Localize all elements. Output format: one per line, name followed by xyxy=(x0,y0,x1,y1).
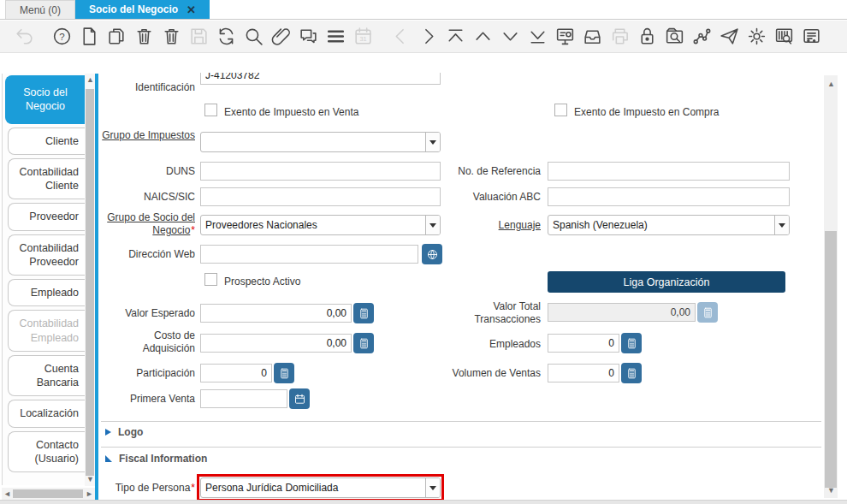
archive-button[interactable] xyxy=(578,23,606,50)
direccion-web-label: Dirección Web xyxy=(101,248,195,261)
product-info-button[interactable] xyxy=(770,23,797,50)
sidebar-tab-socio-del-negocio[interactable]: Socio del Negocio xyxy=(5,75,85,124)
direccion-web-input[interactable] xyxy=(200,245,418,264)
exento-compra-checkbox[interactable] xyxy=(554,104,567,116)
grid-toggle-button[interactable] xyxy=(322,23,349,50)
costo-adquisicion-input[interactable] xyxy=(200,334,352,353)
refresh-icon xyxy=(216,26,237,47)
sidebar-tab-cuenta-bancaria[interactable]: Cuenta Bancaria xyxy=(8,355,85,397)
close-icon[interactable]: ✕ xyxy=(187,3,196,16)
new-record-icon xyxy=(79,26,100,47)
new-record-button[interactable] xyxy=(75,23,103,50)
scroll-up-icon[interactable]: ▲ xyxy=(86,76,94,84)
sidebar-tabs: Socio del NegocioClienteContabilidad Cli… xyxy=(2,74,85,485)
delete-selection-button[interactable] xyxy=(157,23,185,50)
lock-button[interactable] xyxy=(633,23,660,50)
detail-record-button[interactable] xyxy=(496,23,524,50)
help-icon: ? xyxy=(51,26,73,47)
last-record-icon xyxy=(527,26,548,47)
fiscal-section-header[interactable]: Fiscal Information xyxy=(105,453,207,465)
scroll-up-icon[interactable]: ▲ xyxy=(827,80,835,88)
zoom-across-button[interactable] xyxy=(660,23,688,50)
content-vertical-scrollbar[interactable]: ▲ ▼ xyxy=(824,75,838,498)
tab-menu[interactable]: Menú (0) xyxy=(5,0,75,19)
web-button[interactable] xyxy=(422,244,442,264)
parent-record-button[interactable] xyxy=(469,23,496,50)
lenguaje-input[interactable] xyxy=(548,216,774,234)
lenguaje-label: Lenguaje xyxy=(438,219,541,232)
sidebar-tab-proveedor[interactable]: Proveedor xyxy=(8,203,85,230)
volumen-ventas-calc-button[interactable] xyxy=(621,363,642,383)
sidebar-scroll-thumb[interactable] xyxy=(86,89,94,476)
sidebar-horizontal-scrollbar[interactable]: ◄ ► xyxy=(2,488,95,500)
sidebar-tab-cliente[interactable]: Cliente xyxy=(8,127,85,155)
quick-form-button[interactable] xyxy=(797,23,825,50)
first-record-button[interactable] xyxy=(441,23,469,50)
valor-total-calc-button xyxy=(697,302,718,323)
workflow-button[interactable] xyxy=(688,23,715,50)
primera-venta-input[interactable] xyxy=(200,389,287,408)
valor-esperado-input[interactable] xyxy=(200,304,352,323)
naics-input[interactable] xyxy=(200,187,441,206)
grupo-impuestos-input[interactable] xyxy=(201,133,425,151)
next-record-button[interactable] xyxy=(414,23,441,50)
sidebar-tab-contabilidad-cliente[interactable]: Contabilidad Cliente xyxy=(8,158,85,200)
valor-total-label: Valor Total Transacciones xyxy=(438,300,541,326)
sidebar-hscroll-thumb[interactable] xyxy=(13,489,83,498)
costo-adquisicion-label: Costo de Adquisición xyxy=(101,329,195,355)
empleados-input[interactable] xyxy=(548,334,619,353)
send-mail-button[interactable] xyxy=(715,23,743,50)
svg-text:?: ? xyxy=(59,32,64,42)
valor-esperado-calc-button[interactable] xyxy=(353,303,374,323)
costo-adquisicion-calc-button[interactable] xyxy=(353,333,374,353)
valuacion-abc-input[interactable] xyxy=(548,187,790,206)
first-record-icon xyxy=(445,26,466,47)
duns-input[interactable] xyxy=(200,162,441,181)
volumen-ventas-input[interactable] xyxy=(548,364,619,382)
help-button[interactable]: ? xyxy=(48,23,75,50)
business-partner-window: Menú (0) Socio del Negocio ✕ ?31 Socio d… xyxy=(0,0,847,504)
tab-socio-label: Socio del Negocio xyxy=(89,3,178,15)
exento-venta-checkbox[interactable] xyxy=(204,104,217,116)
sidebar-tab-contacto-usuario[interactable]: Contacto (Usuario) xyxy=(8,431,85,473)
grupo-socio-label: Grupo de Socio del Negocio* xyxy=(98,211,195,237)
sidebar-tab-localizacin[interactable]: Localización xyxy=(8,400,85,427)
scroll-right-icon[interactable]: ► xyxy=(86,490,93,498)
undo-button xyxy=(10,23,38,50)
tipo-persona-input[interactable] xyxy=(201,478,425,497)
chevron-down-icon[interactable] xyxy=(774,216,789,234)
prospecto-activo-checkbox[interactable] xyxy=(204,273,217,286)
scroll-down-icon[interactable]: ▼ xyxy=(827,487,835,495)
find-button[interactable] xyxy=(240,23,267,50)
logo-section-header[interactable]: Logo xyxy=(105,426,143,438)
valuacion-abc-label: Valuación ABC xyxy=(438,191,541,204)
content-scroll-thumb[interactable] xyxy=(825,231,837,488)
preferences-button[interactable] xyxy=(743,23,770,50)
primera-venta-date-button[interactable] xyxy=(289,388,310,409)
tab-socio-del-negocio[interactable]: Socio del Negocio ✕ xyxy=(75,0,210,19)
copy-record-button[interactable] xyxy=(103,23,130,50)
grupo-socio-input[interactable] xyxy=(201,216,425,234)
sidebar-tab-empleado[interactable]: Empleado xyxy=(8,279,85,306)
identificacion-input[interactable] xyxy=(200,73,441,85)
no-referencia-label: No. de Referencia xyxy=(438,165,541,178)
delete-record-button[interactable] xyxy=(130,23,157,50)
report-button[interactable] xyxy=(551,23,578,50)
valor-total-input xyxy=(548,303,696,322)
chevron-down-icon[interactable] xyxy=(425,478,440,497)
sidebar-tab-contabilidad-proveedor[interactable]: Contabilidad Proveedor xyxy=(8,234,85,276)
participacion-input[interactable] xyxy=(200,364,272,382)
liga-organizacion-button[interactable]: Liga Organización xyxy=(548,271,785,293)
attachment-button[interactable] xyxy=(267,23,294,50)
refresh-button[interactable] xyxy=(212,23,240,50)
chevron-down-icon[interactable] xyxy=(425,133,440,151)
sidebar-vertical-scrollbar[interactable]: ▲ ▼ xyxy=(85,74,95,486)
no-referencia-input[interactable] xyxy=(548,162,790,181)
scroll-left-icon[interactable]: ◄ xyxy=(3,490,11,498)
previous-record-button xyxy=(387,23,414,50)
empleados-calc-button[interactable] xyxy=(621,333,642,353)
last-record-button[interactable] xyxy=(524,23,551,50)
participacion-calc-button[interactable] xyxy=(274,363,294,383)
chat-button[interactable] xyxy=(294,23,322,50)
scroll-down-icon[interactable]: ▼ xyxy=(86,476,94,483)
